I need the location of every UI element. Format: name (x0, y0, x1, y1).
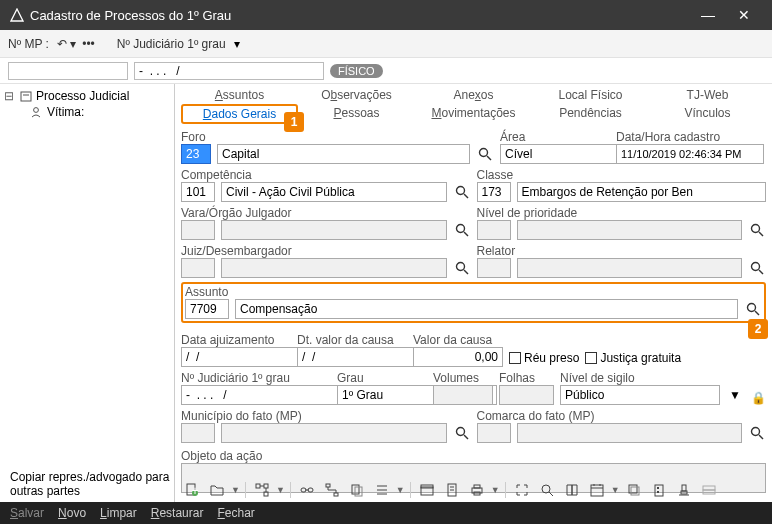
chevron-down-icon[interactable]: ▼ (611, 485, 620, 495)
dropdown-icon[interactable]: ▾ (234, 37, 240, 51)
svg-rect-54 (657, 487, 659, 489)
link-icon[interactable] (296, 480, 318, 500)
nivel-search-button[interactable] (748, 220, 766, 240)
new-doc-icon[interactable]: + (181, 480, 203, 500)
justica-gratuita-checkbox[interactable]: Justiça gratuita (585, 351, 681, 365)
svg-point-11 (456, 263, 464, 271)
tab-local-fisico[interactable]: Local Físico (532, 86, 649, 104)
expand-icon[interactable] (511, 480, 533, 500)
competencia-name-input[interactable] (221, 182, 447, 202)
municipio-name-input[interactable] (221, 423, 447, 443)
print-icon[interactable] (466, 480, 488, 500)
list-icon[interactable] (371, 480, 393, 500)
svg-line-10 (759, 232, 763, 236)
svg-rect-31 (334, 493, 338, 496)
relator-code-input[interactable] (477, 258, 511, 278)
sigilo-dropdown-icon[interactable]: ▼ (726, 385, 744, 405)
assunto-name-input[interactable] (235, 299, 738, 319)
page-icon[interactable] (441, 480, 463, 500)
archive-icon[interactable] (416, 480, 438, 500)
search-icon[interactable] (536, 480, 558, 500)
status-novo[interactable]: Novo (58, 506, 86, 520)
municipio-search-button[interactable] (453, 423, 471, 443)
nmp-label: Nº MP : (8, 37, 49, 51)
classe-code-input[interactable] (477, 182, 511, 202)
copy-icon[interactable] (346, 480, 368, 500)
sigilo-select[interactable] (560, 385, 720, 405)
municipio-code-input[interactable] (181, 423, 215, 443)
chevron-down-icon[interactable]: ▼ (491, 485, 500, 495)
undo-icon[interactable]: ↶ ▾ (57, 37, 76, 51)
stamp-icon[interactable] (673, 480, 695, 500)
chevron-down-icon[interactable]: ▼ (231, 485, 240, 495)
chevron-down-icon[interactable]: ▼ (396, 485, 405, 495)
foro-code-input[interactable] (181, 144, 211, 164)
vara-search-button[interactable] (453, 220, 471, 240)
tab-anexos[interactable]: Anexos (415, 86, 532, 104)
njud-input[interactable] (134, 62, 324, 80)
svg-rect-26 (264, 492, 268, 496)
status-salvar[interactable]: Salvar (10, 506, 44, 520)
titlebar: Cadastro de Processos do 1º Grau — ✕ (0, 0, 772, 30)
tab-movimentacoes[interactable]: Movimentações (415, 104, 532, 124)
datahora-input[interactable] (616, 144, 764, 164)
building-icon[interactable] (648, 480, 670, 500)
more-icon[interactable]: ••• (82, 37, 95, 51)
juiz-search-button[interactable] (453, 258, 471, 278)
drawer-icon[interactable] (698, 480, 720, 500)
tree-icon[interactable] (251, 480, 273, 500)
status-fechar[interactable]: Fechar (217, 506, 254, 520)
comarca-search-button[interactable] (748, 423, 766, 443)
competencia-code-input[interactable] (181, 182, 215, 202)
sigilo-label: Nível de sigilo (560, 371, 766, 385)
competencia-search-button[interactable] (453, 182, 471, 202)
reu-preso-checkbox[interactable]: Réu preso (509, 351, 579, 365)
comarca-name-input[interactable] (517, 423, 743, 443)
minimize-button[interactable]: — (690, 7, 726, 23)
tab-vinculos[interactable]: Vínculos (649, 104, 766, 124)
assunto-group: Assunto 2 (181, 282, 766, 323)
flow-icon[interactable] (321, 480, 343, 500)
folder-icon[interactable] (206, 480, 228, 500)
lock-icon: 🔒 (750, 391, 766, 405)
assunto-search-button[interactable] (744, 299, 762, 319)
status-limpar[interactable]: Limpar (100, 506, 137, 520)
tab-tjweb[interactable]: TJ-Web (649, 86, 766, 104)
vara-name-input[interactable] (221, 220, 447, 240)
copy-repres-checkbox[interactable]: Copiar repres./advogado para outras part… (6, 470, 174, 498)
tree-child[interactable]: Vítima: (30, 104, 170, 120)
tab-dados-gerais[interactable]: Dados Gerais 1 (181, 104, 298, 124)
tab-observacoes[interactable]: Observações (298, 86, 415, 104)
folhas-input[interactable] (499, 385, 554, 405)
foro-search-button[interactable] (476, 144, 494, 164)
data-ajuiz-label: Data ajuizamento (181, 333, 291, 347)
comarca-code-input[interactable] (477, 423, 511, 443)
tab-assuntos[interactable]: Assuntos (181, 86, 298, 104)
nivel-name-input[interactable] (517, 220, 743, 240)
relator-name-input[interactable] (517, 258, 743, 278)
volumes-input[interactable] (433, 385, 493, 405)
valor-input[interactable] (413, 347, 503, 367)
assunto-code-input[interactable] (185, 299, 229, 319)
stack-icon[interactable] (623, 480, 645, 500)
classe-name-input[interactable] (517, 182, 767, 202)
tab-pessoas[interactable]: Pessoas (298, 104, 415, 124)
tree-root[interactable]: ⊟ Processo Judicial (4, 88, 170, 104)
status-restaurar[interactable]: Restaurar (151, 506, 204, 520)
tab-pendencias[interactable]: Pendências (532, 104, 649, 124)
book-icon[interactable] (561, 480, 583, 500)
tree-root-label: Processo Judicial (36, 89, 129, 103)
nmp-input[interactable] (8, 62, 128, 80)
chevron-down-icon[interactable]: ▼ (276, 485, 285, 495)
njud1-input[interactable] (181, 385, 341, 405)
njud1-label: Nº Judiciário 1º grau (181, 371, 331, 385)
close-button[interactable]: ✕ (726, 7, 762, 23)
nivel-code-input[interactable] (477, 220, 511, 240)
foro-name-input[interactable] (217, 144, 470, 164)
juiz-code-input[interactable] (181, 258, 215, 278)
vara-code-input[interactable] (181, 220, 215, 240)
juiz-name-input[interactable] (221, 258, 447, 278)
relator-search-button[interactable] (748, 258, 766, 278)
collapse-icon[interactable]: ⊟ (4, 89, 16, 103)
calendar-icon[interactable] (586, 480, 608, 500)
